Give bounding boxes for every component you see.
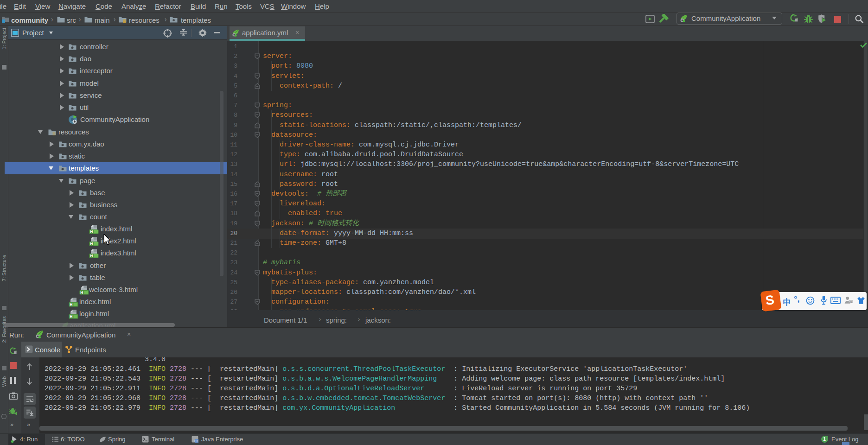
svg-text:H: H — [70, 314, 72, 319]
svg-text:1: 1 — [823, 437, 826, 442]
svg-text:H: H — [90, 242, 93, 246]
svg-text:EE: EE — [194, 439, 198, 443]
svg-text:H: H — [90, 229, 93, 234]
svg-text:21: 21 — [849, 300, 853, 303]
svg-text:H: H — [80, 290, 83, 295]
svg-text:H: H — [90, 254, 93, 258]
svg-text:H: H — [70, 302, 72, 307]
